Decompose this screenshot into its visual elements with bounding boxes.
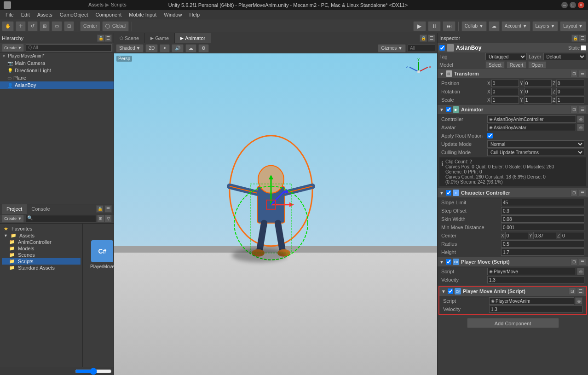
- menu-gameobject[interactable]: GameObject: [56, 11, 92, 18]
- rotate-tool-button[interactable]: ↺: [28, 21, 38, 31]
- avatar-pick-btn[interactable]: ◎: [577, 124, 584, 131]
- pma-script-pick-btn[interactable]: ◎: [575, 297, 582, 305]
- hier-item-camera[interactable]: 📷 Main Camera: [0, 59, 114, 67]
- player-move-anim-snap-btn[interactable]: ⊡: [569, 288, 576, 295]
- scale-tool-button[interactable]: ⊞: [40, 21, 50, 31]
- rot-x-input[interactable]: [491, 88, 519, 95]
- scale-x-input[interactable]: [491, 96, 519, 104]
- step-button[interactable]: ⏭: [443, 21, 455, 31]
- hier-item-root[interactable]: ▼ PlayerMoveAnim*: [0, 52, 114, 59]
- transform-foldout[interactable]: ▼ ⊞ Transform ⊡ ☰: [438, 69, 588, 78]
- pm-script-field[interactable]: ◉ PlayerMove: [487, 268, 576, 275]
- hier-item-plane[interactable]: ▭ Plane: [0, 74, 114, 81]
- menu-window[interactable]: Window: [160, 11, 185, 18]
- tree-scripts[interactable]: 📁 Scripts: [2, 258, 81, 265]
- menu-mobileinput[interactable]: Mobile Input: [125, 11, 160, 18]
- player-move-foldout[interactable]: ▼ C# Player Move (Script) ⊡ ☰: [438, 257, 588, 266]
- collab-button[interactable]: Collab ▼: [461, 21, 487, 31]
- hand-tool-button[interactable]: ✋: [2, 21, 14, 31]
- scene-lock-btn[interactable]: 🔒: [420, 35, 427, 42]
- project-create-btn[interactable]: Create ▼: [2, 214, 24, 223]
- radius-input[interactable]: [501, 240, 584, 248]
- player-move-snap-btn[interactable]: ⊡: [571, 258, 578, 265]
- scene-settings-button[interactable]: ⚙: [198, 44, 209, 52]
- inspector-lock-btn[interactable]: 🔒: [571, 35, 579, 42]
- tag-dropdown[interactable]: Untagged: [485, 53, 527, 60]
- hierarchy-create-btn[interactable]: Create ▼: [2, 44, 24, 52]
- apply-root-motion-checkbox[interactable]: [487, 133, 493, 138]
- transform-tool-button[interactable]: ⊡: [64, 21, 74, 31]
- project-show-btn[interactable]: ⊞: [97, 215, 104, 222]
- controller-value-field[interactable]: ◉ AsianBoyAnimController: [487, 115, 576, 123]
- project-size-slider[interactable]: [75, 369, 112, 374]
- update-mode-dropdown[interactable]: Normal: [487, 140, 584, 148]
- select-button[interactable]: Select: [485, 61, 505, 69]
- tree-favorites[interactable]: ★ Favorites: [2, 225, 81, 232]
- pma-script-field[interactable]: ◉ PlayerMoveAnim: [489, 297, 574, 305]
- char-controller-snap-btn[interactable]: ⊡: [571, 189, 578, 196]
- tree-standard-assets[interactable]: 📁 Standard Assets: [2, 265, 81, 271]
- menu-assets[interactable]: Assets: [34, 11, 56, 18]
- rot-z-input[interactable]: [556, 88, 584, 95]
- transform-menu-btn[interactable]: ☰: [579, 70, 586, 77]
- inspector-menu-btn[interactable]: ☰: [579, 35, 586, 42]
- global-local-button[interactable]: Global: [102, 21, 129, 31]
- project-search-input[interactable]: [26, 215, 96, 222]
- open-button[interactable]: Open: [528, 61, 546, 69]
- layout-dropdown[interactable]: Layout ▼: [560, 21, 586, 31]
- animator-checkbox[interactable]: [446, 107, 451, 112]
- add-component-button[interactable]: Add Component: [467, 318, 559, 328]
- revert-button[interactable]: Revert: [507, 61, 526, 69]
- tree-scenes[interactable]: 📁 Scenes: [2, 252, 81, 258]
- rot-y-input[interactable]: [524, 88, 552, 95]
- fx-button[interactable]: ✦: [160, 44, 170, 52]
- player-move-anim-menu-btn[interactable]: ☰: [577, 288, 584, 295]
- obj-active-checkbox[interactable]: [439, 45, 445, 51]
- scene-view[interactable]: X Y Z Persp: [114, 53, 437, 375]
- hierarchy-search[interactable]: [26, 44, 112, 52]
- center-z-input[interactable]: [561, 232, 584, 239]
- slope-limit-input[interactable]: [501, 199, 584, 206]
- menu-component[interactable]: Component: [92, 11, 125, 18]
- layer-dropdown[interactable]: Default: [543, 53, 586, 60]
- char-controller-foldout[interactable]: ▼ C Character Controller ⊡ ☰: [438, 188, 588, 197]
- hier-item-asianboy[interactable]: 👤 AsianBoy: [0, 81, 114, 89]
- pos-y-input[interactable]: [524, 80, 552, 87]
- pause-button[interactable]: ⏸: [428, 21, 441, 31]
- pos-x-input[interactable]: [491, 80, 519, 87]
- static-checkbox[interactable]: [581, 45, 586, 51]
- project-lock-btn[interactable]: 🔒: [96, 205, 104, 213]
- hier-item-light[interactable]: 💡 Directional Light: [0, 67, 114, 74]
- account-dropdown[interactable]: Account ▼: [502, 21, 530, 31]
- player-move-anim-checkbox[interactable]: [448, 288, 453, 294]
- char-controller-menu-btn[interactable]: ☰: [579, 189, 586, 196]
- game-tab[interactable]: ▶ Game: [145, 33, 175, 43]
- project-tab[interactable]: Project: [2, 204, 27, 214]
- controller-pick-btn[interactable]: ◎: [577, 115, 584, 123]
- project-filter-btn[interactable]: ▽: [104, 215, 112, 222]
- center-pivot-button[interactable]: Center: [80, 21, 100, 31]
- step-offset-input[interactable]: [501, 207, 584, 214]
- layers-dropdown[interactable]: Layers ▼: [532, 21, 559, 31]
- player-move-menu-btn[interactable]: ☰: [579, 258, 586, 265]
- gizmos-dropdown[interactable]: Gizmos ▼: [378, 44, 406, 52]
- scale-y-input[interactable]: [524, 96, 552, 104]
- menu-file[interactable]: File: [2, 11, 17, 18]
- char-controller-checkbox[interactable]: [446, 190, 451, 196]
- hierarchy-menu-btn[interactable]: ☰: [104, 35, 112, 42]
- pma-velocity-input[interactable]: [489, 306, 582, 313]
- scene-tab[interactable]: ⬡ Scene: [114, 33, 145, 43]
- move-tool-button[interactable]: ✛: [16, 21, 26, 31]
- player-move-checkbox[interactable]: [446, 259, 451, 265]
- menu-help[interactable]: Help: [185, 11, 203, 18]
- scene-search[interactable]: [408, 45, 435, 52]
- console-tab[interactable]: Console: [27, 204, 54, 214]
- play-button[interactable]: ▶: [413, 21, 426, 31]
- project-menu-btn[interactable]: ☰: [104, 205, 112, 213]
- scale-z-input[interactable]: [556, 96, 584, 104]
- pm-velocity-input[interactable]: [487, 276, 584, 283]
- culling-mode-dropdown[interactable]: Cull Update Transforms: [487, 149, 584, 156]
- rect-tool-button[interactable]: ▭: [52, 21, 62, 31]
- cloud-button[interactable]: ☁: [489, 21, 500, 31]
- animator-foldout[interactable]: ▼ ▶ Animator ⊡ ☰: [438, 105, 588, 114]
